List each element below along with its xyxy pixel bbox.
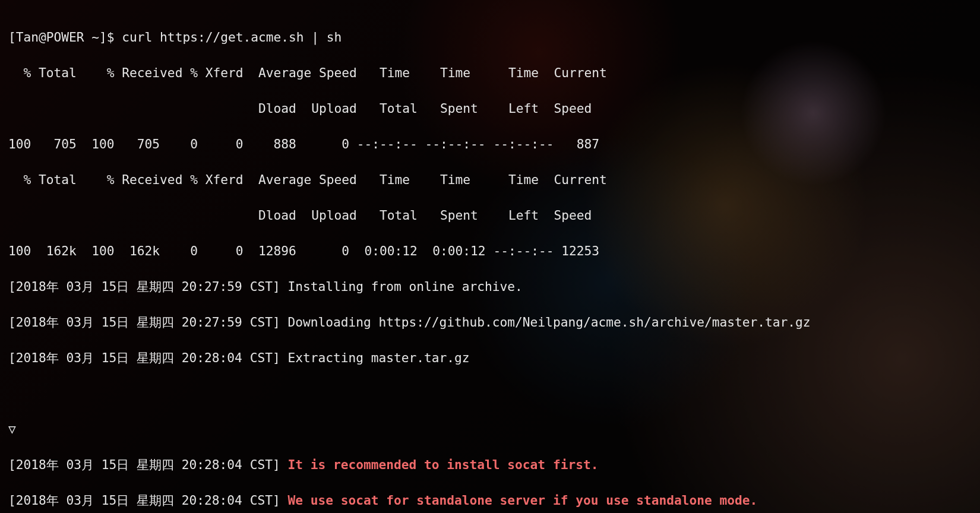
curl-header-line: % Total % Received % Xferd Average Speed…: [8, 64, 972, 82]
curl-progress-line: 100 162k 100 162k 0 0 12896 0 0:00:12 0:…: [8, 242, 972, 260]
curl-progress-line: 100 705 100 705 0 0 888 0 --:--:-- --:--…: [8, 135, 972, 153]
terminal-output[interactable]: [Tan@POWER ~]$ curl https://get.acme.sh …: [0, 0, 980, 513]
shell-prompt-line: [Tan@POWER ~]$ curl https://get.acme.sh …: [8, 28, 972, 46]
timestamp: [2018年 03月 15日 星期四 20:27:59 CST]: [8, 315, 280, 330]
log-line: [2018年 03月 15日 星期四 20:27:59 CST] Install…: [8, 278, 972, 296]
blank-line: [8, 385, 972, 403]
warning-message: We use socat for standalone server if yo…: [287, 493, 757, 508]
curl-header-line: Dload Upload Total Spent Left Speed: [8, 207, 972, 224]
timestamp: [2018年 03月 15日 星期四 20:27:59 CST]: [8, 279, 280, 294]
curl-header-line: Dload Upload Total Spent Left Speed: [8, 100, 972, 118]
warning-message: It is recommended to install socat first…: [287, 457, 598, 472]
log-line: [2018年 03月 15日 星期四 20:28:04 CST] Extract…: [8, 349, 972, 367]
curl-header-line: % Total % Received % Xferd Average Speed…: [8, 171, 972, 189]
log-line: [2018年 03月 15日 星期四 20:27:59 CST] Downloa…: [8, 314, 972, 331]
pager-marker: ▽: [8, 420, 972, 438]
timestamp: [2018年 03月 15日 星期四 20:28:04 CST]: [8, 350, 280, 365]
log-line-warning: [2018年 03月 15日 星期四 20:28:04 CST] We use …: [8, 492, 972, 509]
timestamp: [2018年 03月 15日 星期四 20:28:04 CST]: [8, 457, 280, 472]
log-message: Installing from online archive.: [287, 279, 522, 294]
log-message: Downloading https://github.com/Neilpang/…: [287, 315, 810, 330]
timestamp: [2018年 03月 15日 星期四 20:28:04 CST]: [8, 493, 280, 508]
log-message: Extracting master.tar.gz: [287, 350, 469, 365]
log-line-warning: [2018年 03月 15日 星期四 20:28:04 CST] It is r…: [8, 456, 972, 474]
